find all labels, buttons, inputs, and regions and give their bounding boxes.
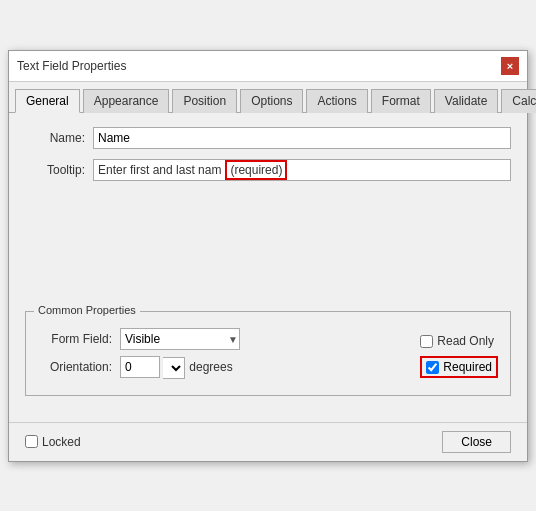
dialog-title: Text Field Properties — [17, 59, 126, 73]
orientation-arrow-select[interactable]: ▼ — [163, 357, 185, 379]
tab-general[interactable]: General — [15, 89, 80, 113]
title-bar: Text Field Properties × — [9, 51, 527, 82]
tab-actions[interactable]: Actions — [306, 89, 367, 113]
read-only-label: Read Only — [437, 334, 494, 348]
locked-label: Locked — [42, 435, 81, 449]
orientation-label: Orientation: — [38, 360, 112, 374]
tab-appearance[interactable]: Appearance — [83, 89, 170, 113]
tab-bar: General Appearance Position Options Acti… — [9, 82, 527, 113]
footer: Locked Close — [9, 422, 527, 461]
tab-content: Name: Tooltip: Enter first and last nam … — [9, 113, 527, 422]
form-field-row: Form Field: Visible Hidden No Print No V… — [38, 328, 404, 350]
name-input[interactable] — [93, 127, 511, 149]
orientation-row: Orientation: ▼ degrees — [38, 356, 404, 379]
locked-row: Locked — [25, 435, 81, 449]
tab-position[interactable]: Position — [172, 89, 237, 113]
form-field-select-wrapper: Visible Hidden No Print No View ▼ — [120, 328, 240, 350]
dialog: Text Field Properties × General Appearan… — [8, 50, 528, 462]
form-field-select[interactable]: Visible Hidden No Print No View — [120, 328, 240, 350]
tab-validate[interactable]: Validate — [434, 89, 498, 113]
required-checkbox[interactable] — [426, 361, 439, 374]
orientation-select-wrapper: ▼ — [120, 356, 185, 379]
group-content: Form Field: Visible Hidden No Print No V… — [38, 328, 498, 385]
required-label: Required — [443, 360, 492, 374]
tooltip-highlighted: (required) — [225, 160, 287, 180]
read-only-checkbox[interactable] — [420, 335, 433, 348]
tab-options[interactable]: Options — [240, 89, 303, 113]
tooltip-text: Enter first and last nam — [94, 161, 225, 179]
common-properties-legend: Common Properties — [34, 304, 140, 316]
close-button[interactable]: × — [501, 57, 519, 75]
close-footer-button[interactable]: Close — [442, 431, 511, 453]
orientation-input[interactable] — [120, 356, 160, 378]
common-properties-group: Common Properties Form Field: Visible Hi… — [25, 311, 511, 396]
read-only-row: Read Only — [420, 334, 498, 348]
group-right: Read Only Required — [404, 328, 498, 385]
tab-format[interactable]: Format — [371, 89, 431, 113]
form-field-label: Form Field: — [38, 332, 112, 346]
spacer — [25, 191, 511, 311]
required-row-highlighted: Required — [420, 356, 498, 378]
degrees-label: degrees — [189, 360, 232, 374]
group-left: Form Field: Visible Hidden No Print No V… — [38, 328, 404, 385]
tooltip-label: Tooltip: — [25, 163, 85, 177]
locked-checkbox[interactable] — [25, 435, 38, 448]
tab-calculate[interactable]: Calculate — [501, 89, 536, 113]
name-row: Name: — [25, 127, 511, 149]
name-label: Name: — [25, 131, 85, 145]
tooltip-row: Tooltip: Enter first and last nam (requi… — [25, 159, 511, 181]
